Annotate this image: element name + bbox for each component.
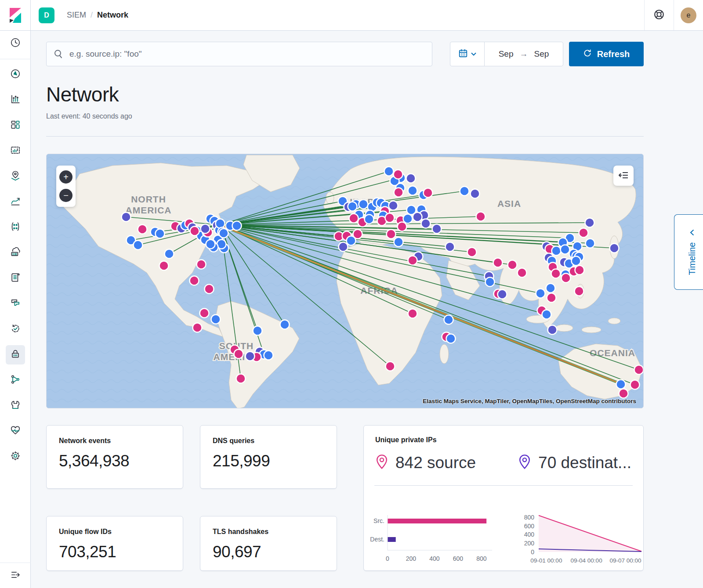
breadcrumb: SIEM / Network xyxy=(67,11,128,20)
sidebar-item-dashboard[interactable] xyxy=(0,113,31,138)
avatar: e xyxy=(681,7,696,23)
breadcrumb-separator: / xyxy=(91,11,93,20)
svg-text:Dest.: Dest. xyxy=(370,536,384,543)
unique-flow-ids-card: Unique flow IDs 703,251 xyxy=(46,516,183,571)
svg-text:600: 600 xyxy=(453,555,464,562)
app-sidebar xyxy=(0,31,31,588)
svg-text:0: 0 xyxy=(531,548,534,556)
last-event-text: Last event: 40 seconds ago xyxy=(46,112,644,120)
logs-icon xyxy=(10,272,21,285)
destination-ips-value: 70 destinat... xyxy=(538,454,631,472)
card-value: 703,251 xyxy=(59,543,170,561)
breadcrumb-siem[interactable]: SIEM xyxy=(67,11,86,20)
svg-text:09-01 00:00: 09-01 00:00 xyxy=(530,557,562,564)
ips-bar-chart: Src.Dest.0200400600800 xyxy=(367,512,504,569)
infrastructure-icon xyxy=(10,246,21,260)
kibana-logo[interactable] xyxy=(0,0,31,31)
svg-text:400: 400 xyxy=(429,555,440,562)
sidebar-item-monitoring[interactable] xyxy=(0,418,31,444)
network-map[interactable]: NORTHAMERICAEUROPEASIAAFRICASOUTHAMERICA… xyxy=(46,154,644,408)
svg-text:09-07 00:00: 09-07 00:00 xyxy=(610,557,641,564)
maps-icon xyxy=(10,170,21,183)
svg-text:800: 800 xyxy=(524,514,535,521)
date-start: Sep xyxy=(499,49,514,59)
breadcrumb-network: Network xyxy=(97,11,128,20)
sidebar-item-discover[interactable] xyxy=(0,62,31,87)
svg-text:09-04 00:00: 09-04 00:00 xyxy=(571,557,602,564)
siem-icon xyxy=(10,348,21,361)
date-end: Sep xyxy=(534,49,549,59)
card-title: DNS queries xyxy=(213,437,324,445)
svg-text:800: 800 xyxy=(476,555,487,562)
sidebar-item-apm[interactable] xyxy=(0,291,31,317)
help-button[interactable] xyxy=(645,0,674,30)
help-icon xyxy=(653,9,665,22)
recently-viewed-icon xyxy=(10,37,21,50)
arrow-right-icon: → xyxy=(520,49,528,59)
unique-private-ips-card: Unique private IPs 842 source 70 destina… xyxy=(363,425,644,571)
monitoring-icon xyxy=(10,425,21,438)
map-canvas[interactable]: NORTHAMERICAEUROPEASIAAFRICASOUTHAMERICA… xyxy=(47,154,644,408)
dev-tools-icon xyxy=(10,399,21,412)
chevron-down-icon xyxy=(471,50,477,58)
date-picker: Sep → Sep xyxy=(450,42,563,66)
search-input[interactable] xyxy=(46,42,432,66)
sidebar-item-maps[interactable] xyxy=(0,164,31,189)
sidebar-item-visualize[interactable] xyxy=(0,87,31,113)
sidebar-item-canvas[interactable] xyxy=(0,138,31,164)
date-range[interactable]: Sep → Sep xyxy=(485,42,563,66)
sidebar-item-management[interactable] xyxy=(0,444,31,469)
query-toolbar: Sep → Sep Refresh xyxy=(46,42,644,66)
sidebar-collapse-button[interactable] xyxy=(0,563,31,588)
zoom-out-button[interactable]: − xyxy=(59,189,72,202)
canvas-icon xyxy=(10,144,21,158)
timeline-flyout-tab[interactable]: Timeline xyxy=(674,214,703,290)
sidebar-item-machine-learning[interactable] xyxy=(0,189,31,215)
svg-text:600: 600 xyxy=(524,523,535,530)
sidebar-item-dev-tools[interactable] xyxy=(0,393,31,418)
legend-toggle-button[interactable] xyxy=(613,166,634,186)
header-divider xyxy=(46,136,644,137)
code-icon xyxy=(10,374,21,387)
svg-text:OCEANIA: OCEANIA xyxy=(590,348,635,358)
sidebar-item-recently-viewed[interactable] xyxy=(0,31,31,56)
timeline-label: Timeline xyxy=(687,242,697,275)
source-ips-stat: 842 source xyxy=(375,454,476,472)
card-title: TLS handshakes xyxy=(213,528,324,536)
zoom-in-button[interactable]: + xyxy=(59,170,72,184)
visualize-icon xyxy=(10,94,21,107)
sidebar-item-siem[interactable] xyxy=(0,342,31,368)
card-value: 215,999 xyxy=(213,452,324,470)
calendar-dropdown-button[interactable] xyxy=(450,42,485,66)
refresh-icon xyxy=(583,49,592,60)
sidebar-item-infrastructure[interactable] xyxy=(0,240,31,266)
top-bar: D SIEM / Network e xyxy=(0,0,703,31)
card-title: Unique private IPs xyxy=(375,436,632,444)
svg-text:NORTH: NORTH xyxy=(131,194,166,204)
card-value: 5,364,938 xyxy=(59,452,170,470)
sidebar-item-code[interactable] xyxy=(0,368,31,393)
uptime-icon xyxy=(10,323,21,336)
user-menu-button[interactable]: e xyxy=(674,0,703,30)
discover-icon xyxy=(10,68,21,81)
map-attribution: Elastic Maps Service, MapTiler, OpenMapT… xyxy=(423,398,636,404)
card-title: Unique flow IDs xyxy=(59,528,170,536)
refresh-button[interactable]: Refresh xyxy=(569,42,644,66)
page-title: Network xyxy=(46,83,644,106)
tls-handshakes-card: TLS handshakes 90,697 xyxy=(200,516,337,571)
destination-pin-icon xyxy=(518,454,531,472)
sidebar-item-logs[interactable] xyxy=(0,266,31,291)
svg-text:ASIA: ASIA xyxy=(497,198,521,209)
sidebar-item-graph[interactable] xyxy=(0,215,31,240)
svg-text:200: 200 xyxy=(406,555,417,562)
graph-icon xyxy=(10,221,21,234)
dns-queries-card: DNS queries 215,999 xyxy=(200,425,337,489)
svg-text:0: 0 xyxy=(386,555,389,562)
sidebar-item-uptime[interactable] xyxy=(0,317,31,342)
ips-area-chart: 020040060080009-01 00:0009-04 00:0009-07… xyxy=(517,512,649,569)
destination-ips-stat: 70 destinat... xyxy=(518,454,631,472)
management-icon xyxy=(10,450,21,463)
space-badge[interactable]: D xyxy=(39,7,54,23)
card-value: 90,697 xyxy=(213,543,324,561)
map-zoom-control: + − xyxy=(56,166,76,207)
